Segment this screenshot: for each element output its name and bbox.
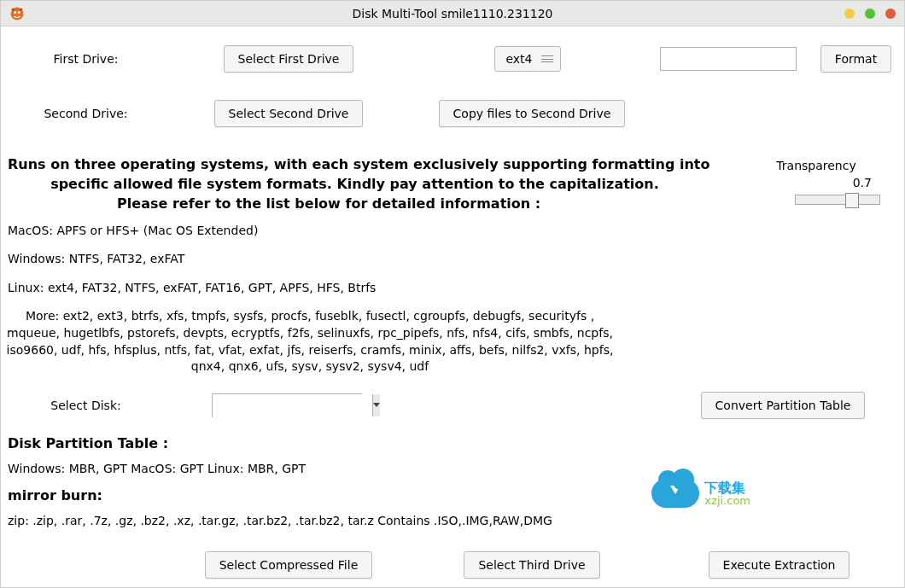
transparency-label: Transparency <box>744 159 889 172</box>
watermark-logo: 下载集 xzji.com <box>651 479 750 508</box>
more-filesystems-text: More: ext2, ext3, btrfs, xfs, tmpfs, sys… <box>3 308 617 375</box>
copy-to-second-drive-button[interactable]: Copy files to Second Drive <box>439 100 626 127</box>
select-first-drive-button[interactable]: Select First Drive <box>224 45 354 73</box>
os-windows-line: Windows: NTFS, FAT32, exFAT <box>8 251 897 268</box>
os-support-list: MacOS: APFS or HFS+ (Mac OS Extended) Wi… <box>3 214 902 297</box>
svg-point-2 <box>18 11 20 14</box>
mirror-burn-header: mirror burn: <box>3 475 902 509</box>
mirror-burn-detail: zip: .zip, .rar, .7z, .gz, .bz2, .xz, .t… <box>3 509 902 527</box>
second-drive-label: Second Drive: <box>3 107 169 120</box>
window-controls <box>844 9 896 19</box>
app-icon <box>9 6 25 21</box>
select-disk-label: Select Disk: <box>3 399 169 412</box>
watermark-text-2: xzji.com <box>704 495 750 506</box>
window-title: Disk Multi-Tool smile1110.231120 <box>1 7 904 20</box>
execute-extraction-button[interactable]: Execute Extraction <box>709 551 850 579</box>
minimize-icon[interactable] <box>844 9 855 19</box>
slider-track <box>795 195 880 205</box>
intro-line-3: Please refer to the list below for detai… <box>8 194 605 213</box>
filesystem-selected: ext4 <box>505 52 532 66</box>
format-button[interactable]: Format <box>820 45 891 73</box>
transparency-slider[interactable] <box>744 195 889 205</box>
select-disk-combo[interactable] <box>212 393 362 417</box>
close-icon[interactable] <box>885 9 896 19</box>
first-drive-path-input[interactable] <box>660 47 797 71</box>
convert-partition-table-button[interactable]: Convert Partition Table <box>701 392 866 419</box>
second-drive-row: Second Drive: Select Second Drive Copy f… <box>3 86 902 141</box>
first-drive-row: First Drive: Select First Drive ext4 For… <box>3 32 902 86</box>
slider-thumb[interactable] <box>845 193 859 208</box>
intro-line-2: specific allowed file system formats. Ki… <box>8 174 605 194</box>
select-compressed-file-button[interactable]: Select Compressed File <box>205 551 373 579</box>
app-window: Disk Multi-Tool smile1110.231120 First D… <box>0 0 905 588</box>
os-linux-line: Linux: ext4, FAT32, NTFS, exFAT, FAT16, … <box>8 280 897 297</box>
select-third-drive-button[interactable]: Select Third Drive <box>464 551 599 579</box>
cloud-download-icon <box>651 479 699 508</box>
content-area: First Drive: Select First Drive ext4 For… <box>1 26 904 588</box>
svg-point-1 <box>14 11 16 14</box>
select-disk-input[interactable] <box>213 394 372 418</box>
select-second-drive-button[interactable]: Select Second Drive <box>214 100 364 127</box>
first-drive-label: First Drive: <box>3 52 169 66</box>
partition-table-detail: Windows: MBR, GPT MacOS: GPT Linux: MBR,… <box>3 457 902 475</box>
combo-dropdown-icon[interactable] <box>372 394 380 416</box>
watermark-text-1: 下载集 <box>704 481 750 495</box>
titlebar: Disk Multi-Tool smile1110.231120 <box>1 1 904 26</box>
transparency-value: 0.7 <box>744 176 889 189</box>
maximize-icon[interactable] <box>865 9 875 19</box>
transparency-panel: Transparency 0.7 <box>744 159 889 205</box>
filesystem-dropdown[interactable]: ext4 <box>494 46 560 72</box>
select-disk-row: Select Disk: Convert Partition Table <box>3 384 902 427</box>
intro-line-1: Runs on three operating systems, with ea… <box>8 154 605 174</box>
os-macos-line: MacOS: APFS or HFS+ (Mac OS Extended) <box>8 223 897 240</box>
partition-table-header: Disk Partition Table : <box>3 427 902 457</box>
dropdown-knob-icon <box>541 55 553 62</box>
bottom-actions-row: Select Compressed File Select Third Driv… <box>3 544 902 585</box>
